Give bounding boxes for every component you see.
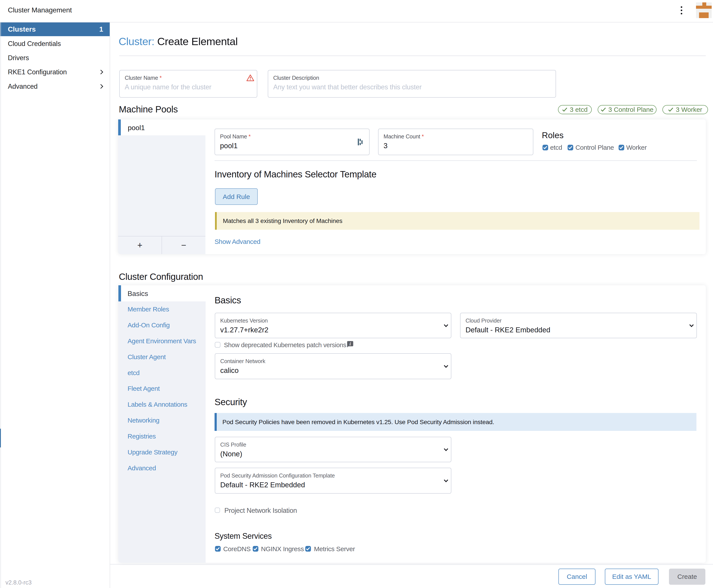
svg-text:i: i xyxy=(349,341,351,346)
